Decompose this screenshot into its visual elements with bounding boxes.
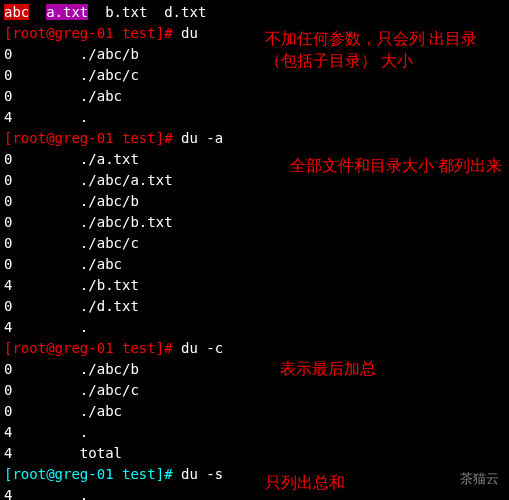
output-line: 0 ./abc/b [4,359,505,380]
output-line: 0 ./abc [4,401,505,422]
output-line: 0 ./abc/b [4,191,505,212]
annotation-summary: 只列出总和 [265,472,345,494]
top-fragment-line: abc a.txt b.txt d.txt [4,2,505,23]
output-line: 0 ./abc/c [4,233,505,254]
annotation-all-files: 全部文件和目录大小 都列出来 [290,155,502,177]
frag-rest: b.txt d.txt [105,4,206,20]
annotation-total: 表示最后加总 [280,358,376,380]
shell-prompt: [root@greg-01 test]# [4,466,173,482]
output-line: 4 . [4,485,505,500]
shell-command: du -c [173,340,224,356]
shell-command: du -s [173,466,224,482]
output-line: 4 total [4,443,505,464]
output-line: 4 ./b.txt [4,275,505,296]
shell-prompt: [root@greg-01 test]# [4,340,173,356]
frag-abc: abc [4,4,29,20]
output-line: 4 . [4,107,505,128]
prompt-line-3[interactable]: [root@greg-01 test]# du -c [4,338,505,359]
output-line: 0 ./abc/b.txt [4,212,505,233]
output-line: 0 ./abc [4,86,505,107]
output-line: 4 . [4,317,505,338]
output-line: 4 . [4,422,505,443]
frag-atxt: a.txt [46,4,88,20]
watermark-text: 茶猫云 [460,469,499,489]
output-line: 0 ./abc/c [4,380,505,401]
shell-prompt: [root@greg-01 test]# [4,130,173,146]
shell-command: du -a [173,130,224,146]
shell-prompt: [root@greg-01 test]# [4,25,173,41]
shell-command: du [173,25,198,41]
output-line: 0 ./d.txt [4,296,505,317]
prompt-line-2[interactable]: [root@greg-01 test]# du -a [4,128,505,149]
output-line: 0 ./abc [4,254,505,275]
prompt-line-4[interactable]: [root@greg-01 test]# du -s [4,464,505,485]
annotation-no-args: 不加任何参数，只会列 出目录（包括子目录） 大小 [265,28,509,73]
